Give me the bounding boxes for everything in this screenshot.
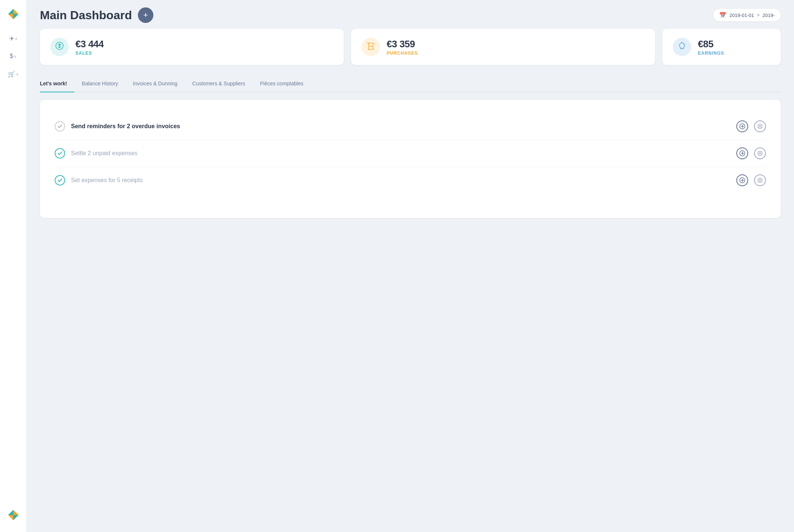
earnings-info: €85 EARNINGS <box>698 38 724 56</box>
task-item-reminders: Send reminders for 2 overdue invoices <box>55 113 766 140</box>
task-text-reminders: Send reminders for 2 overdue invoices <box>71 123 730 130</box>
stat-card-earnings: €85 EARNINGS <box>662 29 781 65</box>
date-range-arrow-icon: > <box>757 13 760 18</box>
calendar-icon: 📅 <box>719 12 726 18</box>
tabs-bar: Let's work! Balance History Invoices & D… <box>40 75 781 92</box>
svg-point-5 <box>683 45 684 45</box>
plane-icon: ✈ <box>9 35 14 42</box>
task-text-expenses: Settle 2 unpaid expenses <box>71 150 730 157</box>
stats-row: €3 444 SALES €3 359 <box>40 29 781 65</box>
svg-point-4 <box>373 49 374 50</box>
cart-nav-icon: 🛒 <box>8 71 15 78</box>
sidebar-logo-bottom <box>5 507 21 523</box>
stat-card-sales: €3 444 SALES <box>40 29 344 65</box>
task-check-expenses[interactable] <box>55 148 65 158</box>
earnings-amount: €85 <box>698 38 724 50</box>
date-range-start: 2019-01-01 <box>729 13 754 18</box>
tab-pieces-comptables[interactable]: Pièces comptables <box>252 75 311 92</box>
purchases-amount: €3 359 <box>387 38 418 50</box>
task-action-receipts[interactable] <box>736 174 748 186</box>
dollar-icon: $ <box>10 53 13 59</box>
task-text-receipts: Set expenses for 5 receipts <box>71 177 730 184</box>
tab-invoices-dunning[interactable]: Invoices & Dunning <box>125 75 185 92</box>
task-action-expenses[interactable] <box>736 147 748 159</box>
sales-amount: €3 444 <box>75 38 104 50</box>
earnings-label: EARNINGS <box>698 51 724 56</box>
task-dismiss-reminders[interactable] <box>754 120 766 132</box>
tab-panel-lets-work: Send reminders for 2 overdue invoices <box>40 100 781 218</box>
sales-icon-circle <box>50 38 69 56</box>
task-check-receipts[interactable] <box>55 175 65 185</box>
sales-info: €3 444 SALES <box>75 38 104 56</box>
sidebar-logo-top <box>5 6 21 22</box>
tab-balance-history[interactable]: Balance History <box>74 75 125 92</box>
tab-lets-work[interactable]: Let's work! <box>40 75 74 92</box>
header-left: Main Dashboard + <box>40 7 153 23</box>
purchases-info: €3 359 PURCHASES <box>387 38 418 56</box>
date-range-end: 2019- <box>763 13 775 18</box>
dollar-arrow: ∨ <box>14 54 16 58</box>
stat-card-purchases: €3 359 PURCHASES <box>351 29 655 65</box>
task-check-reminders[interactable] <box>55 121 65 132</box>
cart-arrow: ∨ <box>16 72 18 76</box>
dollar-circle-icon <box>55 41 64 52</box>
tab-customers-suppliers[interactable]: Customers & Suppliers <box>185 75 252 92</box>
date-range-selector[interactable]: 📅 2019-01-01 > 2019- <box>713 9 781 21</box>
sidebar: ✈ ∧ $ ∨ 🛒 ∨ <box>0 0 27 532</box>
svg-point-3 <box>369 49 370 50</box>
sidebar-nav: ✈ ∧ $ ∨ 🛒 ∨ <box>0 31 26 507</box>
sidebar-bottom <box>5 507 21 526</box>
piggy-icon <box>678 41 686 52</box>
add-button[interactable]: + <box>138 7 153 23</box>
header: Main Dashboard + 📅 2019-01-01 > 2019- <box>27 0 794 29</box>
earnings-icon-circle <box>673 38 691 56</box>
cart-icon <box>366 41 375 52</box>
content-area: €3 444 SALES €3 359 <box>27 29 794 532</box>
plane-arrow: ∧ <box>15 37 17 41</box>
purchases-icon-circle <box>362 38 380 56</box>
task-item-expenses: Settle 2 unpaid expenses <box>55 140 766 167</box>
sidebar-item-cart[interactable]: 🛒 ∨ <box>4 66 23 81</box>
purchases-label: PURCHASES <box>387 51 418 56</box>
page-title: Main Dashboard <box>40 8 132 22</box>
task-dismiss-receipts[interactable] <box>754 174 766 186</box>
task-action-reminders[interactable] <box>736 120 748 132</box>
sidebar-item-flights[interactable]: ✈ ∧ <box>4 31 23 46</box>
task-dismiss-expenses[interactable] <box>754 147 766 159</box>
sales-label: SALES <box>75 51 104 56</box>
sidebar-item-money[interactable]: $ ∨ <box>4 49 23 64</box>
task-item-receipts: Set expenses for 5 receipts <box>55 167 766 194</box>
main-content: Main Dashboard + 📅 2019-01-01 > 2019- <box>27 0 794 532</box>
